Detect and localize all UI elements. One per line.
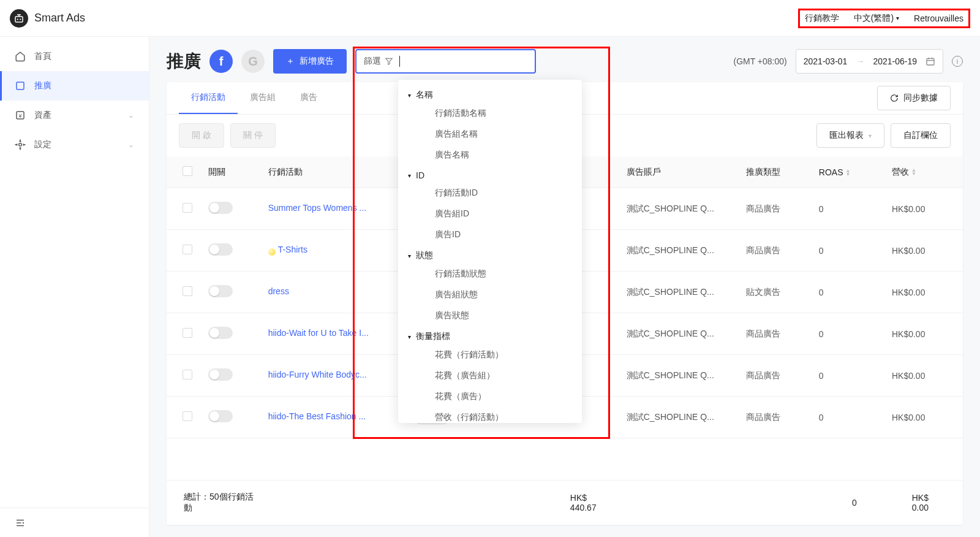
sidebar-item-settings[interactable]: 設定 ⌄ [0, 130, 149, 159]
campaign-link[interactable]: T-Shirts [278, 245, 307, 254]
row-toggle[interactable] [208, 368, 233, 381]
row-account: 測試C_SHOPLINE Q... [618, 272, 737, 313]
campaign-link[interactable]: hiido-The Best Fashion ... [268, 411, 366, 421]
col-type: 推廣類型 [737, 156, 810, 188]
sidebar-item-home[interactable]: 首頁 [0, 42, 149, 71]
row-checkbox[interactable] [183, 286, 192, 296]
date-from: 2021-03-01 [804, 56, 848, 66]
campaign-link[interactable]: hiido-Wait for U to Take I... [268, 328, 369, 338]
row-toggle[interactable] [208, 327, 233, 339]
home-icon [15, 51, 26, 62]
filter-option[interactable]: 行銷活動ID [398, 183, 582, 204]
row-revenue: HK$0.00 [883, 355, 963, 397]
filter-group[interactable]: ▾衡量指標 [398, 326, 582, 345]
filter-icon [385, 57, 393, 66]
filter-option[interactable]: 花費（廣告組） [398, 365, 582, 386]
row-revenue: HK$0.00 [883, 188, 963, 230]
filter-option[interactable]: 廣告ID [398, 224, 582, 245]
collapse-sidebar-button[interactable] [0, 508, 149, 537]
info-icon[interactable]: i [952, 56, 963, 67]
row-type: 貼文廣告 [737, 272, 810, 313]
filter-input[interactable] [406, 50, 527, 72]
arrow-right-icon: → [856, 56, 864, 66]
row-checkbox[interactable] [183, 203, 192, 213]
row-toggle[interactable] [208, 243, 233, 256]
row-account: 測試C_SHOPLINE Q... [618, 188, 737, 230]
row-roas: 0 [810, 272, 883, 313]
svg-rect-5 [17, 82, 24, 90]
row-revenue: HK$0.00 [883, 313, 963, 355]
col-revenue[interactable]: 營收▲▼ [883, 156, 963, 188]
total-spend: HK$ 440.67 [570, 493, 613, 512]
row-checkbox[interactable] [183, 411, 192, 421]
row-checkbox[interactable] [183, 245, 192, 254]
col-roas[interactable]: ROAS▲▼ [810, 156, 883, 188]
sidebar-item-promotion[interactable]: 推廣 [0, 71, 149, 101]
filter-group[interactable]: ▾名稱 [398, 85, 582, 103]
enable-button[interactable]: 開 啟 [179, 123, 224, 148]
user-name[interactable]: Retrouvailles [914, 13, 963, 23]
row-roas: 0 [810, 188, 883, 230]
sidebar-label: 首頁 [34, 51, 51, 62]
custom-columns-button[interactable]: 自訂欄位 [891, 123, 951, 148]
row-type: 商品廣告 [737, 313, 810, 355]
svg-rect-0 [15, 17, 23, 22]
filter-option[interactable]: 廣告組名稱 [398, 124, 582, 145]
campaign-link[interactable]: Summer Tops Womens ... [268, 203, 367, 213]
calendar-icon [925, 56, 935, 66]
filter-option[interactable]: 廣告組狀態 [398, 284, 582, 305]
logo[interactable]: Smart Ads [10, 9, 85, 28]
sidebar-item-assets[interactable]: ¥ 資產 ⌄ [0, 101, 149, 130]
row-type: 商品廣告 [737, 230, 810, 272]
sidebar-label: 資產 [34, 110, 51, 121]
sort-icon: ▲▼ [845, 169, 850, 177]
row-toggle[interactable] [208, 285, 233, 297]
sidebar-label: 設定 [34, 139, 51, 150]
google-channel-button[interactable]: G [241, 50, 265, 73]
tab-adsets[interactable]: 廣告組 [238, 82, 288, 114]
add-campaign-button[interactable]: ＋ 新增廣告 [273, 49, 347, 74]
row-account: 測試C_SHOPLINE Q... [618, 355, 737, 397]
svg-point-8 [19, 143, 22, 147]
date-range-picker[interactable]: 2021-03-01 → 2021-06-19 [796, 49, 943, 74]
export-button[interactable]: 匯出報表 ▾ [816, 123, 884, 148]
row-checkbox[interactable] [183, 370, 192, 379]
filter-option[interactable]: 花費（行銷活動） [398, 345, 582, 365]
filter-option[interactable]: 行銷活動名稱 [398, 103, 582, 124]
filter-option[interactable]: 廣告狀態 [398, 305, 582, 326]
select-all-checkbox[interactable] [183, 166, 192, 176]
tab-campaigns[interactable]: 行銷活動 [179, 82, 238, 114]
filter-option[interactable]: 行銷活動狀態 [398, 264, 582, 284]
filter-group[interactable]: ▾狀態 [398, 245, 582, 264]
total-revenue: HK$ 0.00 [912, 493, 946, 512]
row-roas: 0 [810, 230, 883, 272]
row-roas: 0 [810, 397, 883, 438]
refresh-icon [890, 94, 899, 102]
page-header: 推廣 f G ＋ 新增廣告 篩選 ▾名稱 行銷活動名 [149, 37, 980, 82]
campaign-link[interactable]: hiido-Furry White Bodyc... [268, 370, 367, 379]
row-account: 測試C_SHOPLINE Q... [618, 397, 737, 438]
sync-data-button[interactable]: 同步數據 [877, 86, 951, 110]
caret-down-icon: ▾ [408, 333, 411, 340]
col-account: 廣告賬戶 [618, 156, 737, 188]
filter-option[interactable]: 廣告組ID [398, 204, 582, 224]
disable-button[interactable]: 關 停 [230, 123, 276, 148]
language-selector[interactable]: 中文(繁體) ▾ [854, 13, 899, 24]
filter-option[interactable]: 營收（行銷活動） [398, 407, 582, 423]
row-account: 測試C_SHOPLINE Q... [618, 230, 737, 272]
row-checkbox[interactable] [183, 328, 192, 338]
row-toggle[interactable] [208, 410, 233, 422]
filter-group[interactable]: ▾ID [398, 166, 582, 183]
svg-point-2 [20, 18, 21, 20]
asset-icon: ¥ [15, 110, 26, 121]
tab-ads[interactable]: 廣告 [288, 82, 330, 114]
facebook-channel-button[interactable]: f [209, 50, 233, 73]
filter-label: 篩選 [364, 56, 393, 67]
campaign-link[interactable]: dress [268, 286, 289, 296]
filter-input-box[interactable]: 篩選 [355, 49, 536, 74]
filter-option[interactable]: 花費（廣告） [398, 386, 582, 407]
tutorial-link[interactable]: 行銷教学 [805, 13, 839, 24]
row-toggle[interactable] [208, 202, 233, 214]
filter-option[interactable]: 廣告名稱 [398, 145, 582, 166]
svg-rect-13 [927, 58, 934, 65]
